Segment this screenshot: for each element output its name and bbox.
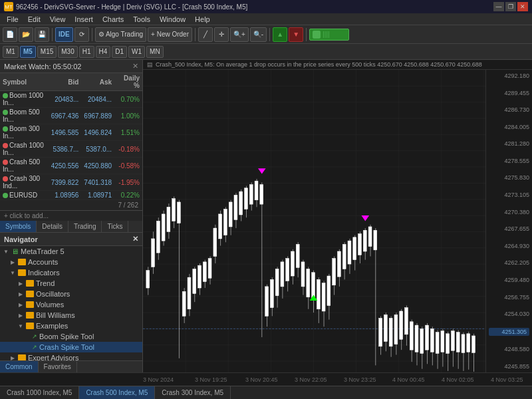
svg-rect-133 — [415, 325, 418, 352]
svg-rect-93 — [312, 273, 315, 299]
navigator-item-trend[interactable]: ▶Trend — [0, 278, 142, 289]
price-label-4: 4281.280 — [489, 140, 529, 147]
zoom-out-button[interactable]: 🔍- — [250, 27, 267, 42]
navigator-item-oscillators[interactable]: ▶Oscillators — [0, 289, 142, 299]
svg-rect-77 — [270, 279, 273, 307]
menu-edit[interactable]: Edit — [24, 15, 45, 24]
minimize-button[interactable]: — — [493, 2, 504, 11]
app-icon: MT — [4, 2, 13, 11]
navigator-item-examples[interactable]: ▼Examples — [0, 321, 142, 331]
maximize-button[interactable]: ❐ — [505, 2, 516, 11]
nav-tab-favorites[interactable]: Favorites — [39, 361, 77, 372]
market-watch-row[interactable]: Crash 500 In... 4250.556 4250.880 -0.58% — [0, 158, 142, 174]
svg-rect-81 — [281, 262, 284, 287]
navigator-item-bill-williams[interactable]: ▶Bill Williams — [0, 310, 142, 321]
new-chart-button[interactable]: 📄 — [3, 27, 17, 42]
price-label-2: 4286.730 — [489, 106, 529, 113]
open-button[interactable]: 📂 — [19, 27, 33, 42]
svg-rect-125 — [394, 315, 398, 344]
menu-charts[interactable]: Charts — [98, 15, 128, 24]
navigator-item-metatrader-5[interactable]: ▼🖥MetaTrader 5 — [0, 246, 142, 257]
svg-rect-111 — [358, 234, 362, 255]
svg-rect-135 — [420, 329, 424, 353]
navigator: Navigator ✕ ▼🖥MetaTrader 5▶Accounts▼Indi… — [0, 233, 142, 372]
market-watch-row[interactable]: Boom 300 In... 1496.585 1496.824 1.51% — [0, 124, 142, 141]
price-label-13: 4256.755 — [489, 294, 529, 301]
svg-rect-115 — [368, 227, 372, 247]
menu-view[interactable]: View — [46, 15, 70, 24]
navigator-item-expert-advisors[interactable]: ▶Expert Advisors — [0, 352, 142, 360]
market-watch-row[interactable]: Boom 500 In... 6967.436 6967.889 1.00% — [0, 108, 142, 124]
time-label-2: 3 Nov 20:45 — [245, 376, 278, 383]
svg-rect-39 — [172, 199, 176, 221]
svg-rect-61 — [229, 202, 232, 227]
market-watch-row[interactable]: EURUSD 1.08956 1.08971 0.22% — [0, 191, 142, 200]
navigator-item-crash-spike-tool[interactable]: ↗Crash Spike Tool — [0, 342, 142, 352]
price-label-3: 4284.005 — [489, 124, 529, 130]
new-order-button[interactable]: + New Order — [148, 27, 192, 42]
sell-button[interactable]: ▼ — [289, 27, 303, 42]
market-watch-row[interactable]: Boom 1000 In... 20483... 20484... 0.70% — [0, 91, 142, 108]
price-label-17: 4245.855 — [489, 363, 529, 370]
navigator-item-volumes[interactable]: ▶Volumes — [0, 299, 142, 310]
line-tool-button[interactable]: ╱ — [198, 27, 213, 42]
market-watch-row[interactable]: Crash 300 Ind... 7399.822 7401.318 -1.95… — [0, 174, 142, 191]
bottom-tab-crash1000[interactable]: Crash 1000 Index, M5 — [0, 386, 79, 399]
buy-button[interactable]: ▲ — [273, 27, 287, 42]
market-watch-pagination: 7 / 262 — [0, 200, 142, 211]
svg-rect-131 — [410, 322, 413, 350]
tf-w1[interactable]: W1 — [128, 46, 145, 58]
compile-button[interactable]: ⟳ — [74, 27, 89, 42]
bottom-tab-crash300[interactable]: Crash 300 Index, M5 — [155, 386, 231, 399]
svg-rect-141 — [436, 332, 439, 354]
time-label-7: 4 Nov 03:25 — [491, 376, 523, 383]
navigator-item-accounts[interactable]: ▶Accounts — [0, 257, 142, 267]
svg-rect-35 — [162, 214, 165, 241]
menu-window[interactable]: Window — [156, 15, 190, 24]
svg-rect-127 — [400, 311, 403, 339]
close-button[interactable]: ✕ — [517, 2, 528, 11]
tf-h4[interactable]: H4 — [96, 46, 111, 58]
menu-help[interactable]: Help — [191, 15, 214, 24]
menu-tools[interactable]: Tools — [129, 15, 154, 24]
bottom-tab-crash500[interactable]: Crash 500 Index, M5 — [79, 386, 155, 399]
market-watch-add[interactable]: + click to add... — [0, 211, 142, 221]
market-watch-close[interactable]: ✕ — [132, 62, 138, 70]
col-bid: Bid — [49, 73, 82, 91]
tf-m15[interactable]: M15 — [37, 46, 57, 58]
tf-h1[interactable]: H1 — [79, 46, 94, 58]
save-button[interactable]: 💾 — [35, 27, 49, 42]
crosshair-button[interactable]: ✛ — [214, 27, 229, 42]
algo-trading-button[interactable]: ⚙ Algo Trading — [95, 27, 146, 42]
tf-m1[interactable]: M1 — [3, 46, 19, 58]
svg-rect-67 — [245, 188, 248, 209]
tf-d1[interactable]: D1 — [112, 46, 127, 58]
tab-symbols[interactable]: Symbols — [0, 221, 37, 232]
svg-rect-29 — [146, 271, 150, 288]
zoom-in-button[interactable]: 🔍+ — [230, 27, 249, 42]
time-labels: 3 Nov 2024 3 Nov 19:25 3 Nov 20:45 3 Nov… — [143, 373, 532, 386]
chart-main[interactable] — [143, 70, 485, 372]
tf-mn[interactable]: MN — [146, 46, 164, 58]
navigator-close[interactable]: ✕ — [132, 235, 138, 243]
main-content: Market Watch: 05:50:02 ✕ Symbol Bid Ask … — [0, 60, 532, 372]
chart-svg — [143, 70, 485, 372]
tf-m30[interactable]: M30 — [58, 46, 77, 58]
tab-ticks[interactable]: Ticks — [102, 221, 128, 232]
market-watch-row[interactable]: Crash 1000 In... 5386.7... 5387.0... -0.… — [0, 141, 142, 158]
ide-button[interactable]: IDE — [55, 27, 73, 42]
chart-info-bar: ▤ Crash_500 Index, M5: On average 1 drop… — [143, 60, 532, 70]
nav-tab-common[interactable]: Common — [0, 361, 39, 372]
navigator-item-boom-spike-tool[interactable]: ↗Boom Spike Tool — [0, 331, 142, 342]
market-watch: Market Watch: 05:50:02 ✕ Symbol Bid Ask … — [0, 60, 142, 221]
menu-file[interactable]: File — [3, 15, 23, 24]
price-label-11: 4262.205 — [489, 259, 529, 266]
tab-details[interactable]: Details — [37, 221, 68, 232]
menu-insert[interactable]: Insert — [70, 15, 97, 24]
svg-rect-149 — [456, 332, 460, 352]
navigator-header: Navigator ✕ — [0, 233, 142, 246]
tf-m5[interactable]: M5 — [20, 46, 36, 58]
navigator-item-indicators[interactable]: ▼Indicators — [0, 267, 142, 278]
tab-trading[interactable]: Trading — [68, 221, 102, 232]
market-watch-table: Symbol Bid Ask Daily % Boom 1000 In... 2… — [0, 73, 142, 200]
